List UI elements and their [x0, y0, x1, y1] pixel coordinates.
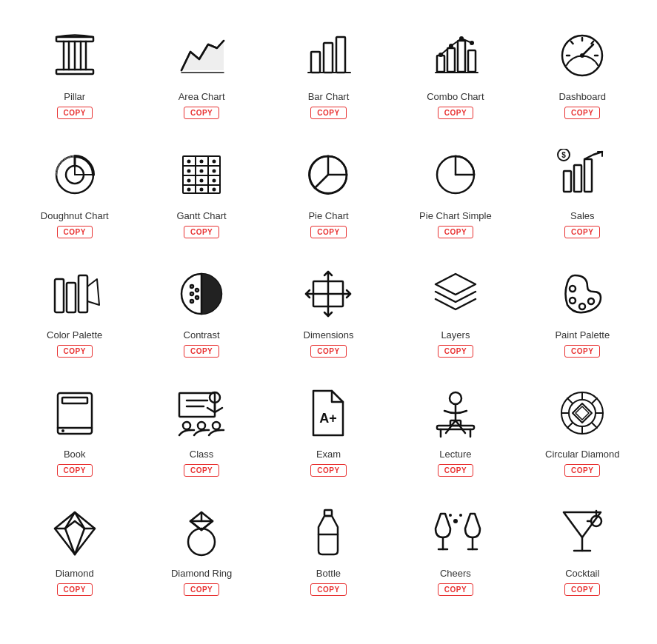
svg-rect-9	[311, 52, 320, 73]
pie-chart-copy-btn[interactable]: COPY	[310, 226, 346, 238]
contrast-copy-btn[interactable]: COPY	[184, 345, 219, 358]
svg-point-70	[190, 300, 193, 303]
pie-chart-icon	[299, 145, 358, 204]
svg-rect-15	[458, 41, 465, 72]
lecture-copy-btn[interactable]: COPY	[438, 464, 473, 477]
pie-chart-simple-label: Pie Chart Simple	[419, 210, 492, 221]
diamond-copy-btn[interactable]: COPY	[57, 583, 93, 596]
svg-point-50	[213, 189, 216, 191]
cheers-copy-btn[interactable]: COPY	[438, 583, 473, 596]
sales-copy-btn[interactable]: COPY	[564, 226, 600, 238]
icon-cell-lecture: Lecture COPY	[396, 372, 515, 484]
icon-cell-paint-palette: Paint Palette COPY	[523, 253, 642, 365]
svg-line-122	[190, 521, 201, 530]
icon-cell-contrast: Contrast COPY	[141, 253, 261, 365]
combo-chart-copy-btn[interactable]: COPY	[438, 107, 473, 119]
bar-chart-icon	[299, 26, 358, 85]
area-chart-label: Area Chart	[179, 91, 225, 102]
book-label: Book	[64, 449, 86, 460]
dashboard-copy-btn[interactable]: COPY	[564, 107, 600, 119]
svg-text:$: $	[562, 151, 567, 159]
bottle-label: Bottle	[316, 568, 341, 579]
svg-point-79	[579, 303, 585, 309]
doughnut-chart-label: Doughnut Chart	[41, 210, 109, 221]
svg-point-71	[196, 289, 199, 292]
icon-cell-gantt-chart: Gantt Chart COPY	[141, 134, 261, 246]
svg-rect-63	[55, 279, 64, 312]
class-copy-btn[interactable]: COPY	[184, 464, 219, 477]
svg-point-20	[470, 41, 474, 45]
paint-palette-copy-btn[interactable]: COPY	[564, 345, 600, 358]
svg-point-132	[459, 514, 462, 517]
paint-palette-label: Paint Palette	[555, 329, 610, 341]
icon-cell-dimensions: Dimensions COPY	[269, 253, 388, 365]
pillar-icon	[45, 26, 104, 85]
icon-cell-cheers: Cheers COPY	[396, 492, 515, 603]
area-chart-icon	[172, 26, 231, 85]
icon-cell-pillar: Pillar COPY	[15, 15, 134, 127]
svg-line-112	[592, 398, 597, 403]
svg-rect-16	[468, 50, 476, 72]
pie-chart-simple-copy-btn[interactable]: COPY	[438, 226, 473, 238]
circular-diamond-icon	[553, 383, 612, 443]
icon-cell-pie-chart: Pie Chart COPY	[269, 134, 388, 246]
svg-point-80	[588, 298, 594, 304]
svg-point-17	[438, 53, 443, 57]
doughnut-chart-copy-btn[interactable]: COPY	[57, 226, 93, 238]
gantt-chart-copy-btn[interactable]: COPY	[184, 226, 219, 238]
area-chart-copy-btn[interactable]: COPY	[184, 107, 219, 119]
exam-copy-btn[interactable]: COPY	[310, 464, 346, 477]
dashboard-label: Dashboard	[558, 91, 606, 102]
svg-marker-76	[436, 274, 476, 295]
svg-rect-65	[79, 275, 87, 312]
cocktail-copy-btn[interactable]: COPY	[564, 583, 600, 596]
cheers-icon	[426, 503, 485, 562]
svg-point-131	[449, 514, 452, 517]
svg-point-19	[459, 36, 464, 41]
dashboard-icon	[553, 26, 612, 85]
svg-point-93	[198, 422, 205, 429]
svg-line-111	[592, 423, 597, 428]
svg-marker-116	[55, 512, 95, 554]
icon-cell-exam: A+ Exam COPY	[269, 372, 388, 484]
lecture-icon	[426, 383, 485, 443]
icon-cell-dashboard: Dashboard COPY	[523, 15, 642, 127]
diamond-label: Diamond	[56, 568, 94, 579]
icon-cell-cocktail: Cocktail COPY	[523, 492, 642, 603]
svg-line-91	[215, 408, 222, 412]
svg-rect-82	[62, 398, 87, 403]
svg-line-28	[592, 41, 594, 44]
bottle-copy-btn[interactable]: COPY	[310, 583, 346, 596]
circular-diamond-label: Circular Diamond	[545, 449, 619, 460]
svg-point-78	[570, 298, 576, 303]
pillar-copy-btn[interactable]: COPY	[57, 107, 93, 119]
circular-diamond-copy-btn[interactable]: COPY	[564, 464, 600, 477]
icon-cell-diamond-ring: Diamond Ring COPY	[141, 492, 261, 603]
svg-rect-11	[336, 37, 345, 73]
combo-chart-icon	[426, 26, 485, 85]
cocktail-label: Cocktail	[565, 568, 599, 579]
dimensions-label: Dimensions	[304, 329, 354, 341]
svg-point-84	[61, 429, 64, 432]
svg-point-39	[188, 161, 190, 163]
svg-point-18	[449, 44, 453, 48]
color-palette-copy-btn[interactable]: COPY	[57, 345, 93, 358]
dimensions-icon	[299, 264, 358, 323]
svg-point-44	[213, 170, 216, 172]
book-copy-btn[interactable]: COPY	[57, 464, 93, 477]
svg-line-54	[315, 175, 328, 188]
gantt-chart-label: Gantt Chart	[176, 210, 226, 221]
svg-rect-59	[574, 165, 581, 192]
exam-icon: A+	[299, 383, 358, 443]
layers-copy-btn[interactable]: COPY	[438, 345, 473, 358]
book-icon	[45, 383, 104, 443]
dimensions-copy-btn[interactable]: COPY	[310, 345, 346, 358]
diamond-ring-icon	[172, 503, 231, 562]
svg-point-45	[188, 180, 190, 182]
combo-chart-label: Combo Chart	[427, 91, 484, 102]
icon-cell-bar-chart: Bar Chart COPY	[269, 15, 388, 127]
exam-label: Exam	[316, 449, 341, 460]
svg-point-72	[196, 296, 199, 299]
diamond-ring-copy-btn[interactable]: COPY	[184, 583, 219, 596]
bar-chart-copy-btn[interactable]: COPY	[310, 107, 346, 119]
